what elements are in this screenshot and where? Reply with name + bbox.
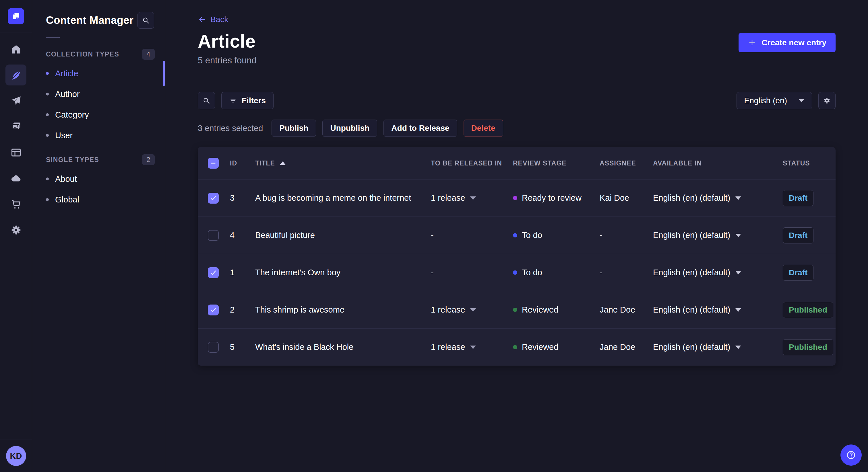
available-label: English (en) (default)	[653, 193, 730, 203]
cell-title: The internet's Own boy	[255, 268, 431, 277]
cell-available-in[interactable]: English (en) (default)	[653, 268, 783, 277]
table-row[interactable]: 5 What's inside a Black Hole 1 release R…	[198, 328, 836, 366]
available-label: English (en) (default)	[653, 342, 730, 352]
column-header-title[interactable]: TITLE	[255, 160, 431, 167]
add-to-release-button[interactable]: Add to Release	[383, 120, 457, 137]
filters-button[interactable]: Filters	[221, 92, 274, 109]
rail-icon-list	[5, 39, 26, 240]
table-row[interactable]: 1 The internet's Own boy - To do - Engli…	[198, 254, 836, 291]
active-indicator	[163, 61, 165, 86]
cell-released[interactable]: 1 release	[431, 193, 513, 203]
check-icon	[210, 194, 217, 202]
help-button[interactable]	[840, 444, 862, 466]
subnav-divider	[46, 37, 60, 38]
page-title: Article	[198, 31, 257, 51]
subnav-item-global[interactable]: Global	[32, 189, 165, 210]
cell-review-stage: Reviewed	[513, 305, 600, 314]
row-checkbox[interactable]	[208, 230, 219, 241]
column-header-assignee: ASSIGNEE	[600, 160, 653, 167]
content-type-builder-icon[interactable]	[5, 142, 26, 163]
cell-available-in[interactable]: English (en) (default)	[653, 342, 783, 352]
caret-down-icon	[470, 196, 476, 200]
column-header-id: ID	[230, 160, 255, 167]
caret-down-icon	[799, 99, 804, 102]
user-avatar[interactable]: KD	[6, 446, 26, 466]
table-row[interactable]: 4 Beautiful picture - To do - English (e…	[198, 216, 836, 254]
marketplace-icon[interactable]	[5, 194, 26, 214]
row-checkbox[interactable]	[208, 305, 219, 315]
cell-id: 2	[230, 305, 255, 314]
subnav-item-label: Article	[55, 69, 79, 78]
search-button[interactable]	[198, 92, 215, 109]
bullet-icon	[46, 177, 49, 180]
caret-down-icon	[470, 308, 476, 312]
list-settings-button[interactable]	[818, 92, 836, 109]
review-stage-dot	[513, 270, 517, 275]
status-badge: Published	[783, 339, 833, 355]
media-library-icon[interactable]	[5, 116, 26, 137]
row-checkbox[interactable]	[208, 193, 219, 204]
subnav-item-author[interactable]: Author	[32, 84, 165, 104]
review-stage-label: To do	[522, 231, 542, 240]
table-row[interactable]: 2 This shrimp is awesome 1 release Revie…	[198, 291, 836, 328]
row-checkbox[interactable]	[208, 342, 219, 353]
subnav-item-category[interactable]: Category	[32, 104, 165, 125]
subnav-search-button[interactable]	[137, 12, 154, 29]
locale-select[interactable]: English (en)	[737, 92, 812, 109]
cell-assignee: Jane Doe	[600, 342, 653, 352]
cell-available-in[interactable]: English (en) (default)	[653, 193, 783, 203]
subnav-item-about[interactable]: About	[32, 169, 165, 189]
deploy-icon[interactable]	[5, 168, 26, 189]
check-icon	[210, 306, 217, 314]
back-link[interactable]: Back	[198, 15, 228, 24]
subnav-item-article[interactable]: Article	[32, 63, 165, 84]
content-manager-icon[interactable]	[5, 65, 26, 86]
cell-available-in[interactable]: English (en) (default)	[653, 305, 783, 314]
strapi-logo[interactable]	[8, 8, 24, 24]
review-stage-dot	[513, 233, 517, 237]
unpublish-button[interactable]: Unpublish	[322, 120, 377, 137]
caret-down-icon	[735, 345, 741, 349]
release-label: 1 release	[431, 342, 465, 352]
cell-available-in[interactable]: English (en) (default)	[653, 231, 783, 240]
cell-assignee: -	[600, 231, 653, 240]
cell-released[interactable]: 1 release	[431, 342, 513, 352]
create-entry-button[interactable]: Create new entry	[739, 33, 836, 52]
caret-down-icon	[470, 345, 476, 349]
home-icon[interactable]	[5, 39, 26, 60]
bullet-icon	[46, 198, 49, 201]
subnav-item-label: Category	[55, 110, 89, 120]
select-all-checkbox[interactable]	[208, 158, 219, 169]
table-row[interactable]: 3 A bug is becoming a meme on the intern…	[198, 179, 836, 216]
bullet-icon	[46, 134, 49, 137]
cell-review-stage: Reviewed	[513, 342, 600, 352]
subnav-item-label: Author	[55, 90, 80, 99]
locale-value: English (en)	[744, 96, 787, 105]
status-badge: Draft	[783, 265, 813, 281]
releases-icon[interactable]	[5, 90, 26, 111]
release-label: -	[431, 268, 434, 277]
app-root: KD Content Manager COLLECTION TYPES 4 Ar…	[0, 0, 868, 472]
review-stage-dot	[513, 345, 517, 349]
review-stage-label: Reviewed	[522, 342, 558, 352]
status-badge: Draft	[783, 227, 813, 243]
subnav-sections: COLLECTION TYPES 4 Article Author Catego…	[32, 49, 165, 210]
section-count-badge: 4	[142, 49, 155, 60]
cell-released[interactable]: -	[431, 268, 513, 277]
rail-user-cell: KD	[0, 440, 32, 472]
cell-released[interactable]: -	[431, 231, 513, 240]
main-content: Back Article 5 entries found Create new …	[165, 0, 868, 472]
subnav-item-user[interactable]: User	[32, 125, 165, 146]
subnav-section: SINGLE TYPES 2 About Global	[32, 154, 165, 210]
cell-assignee: -	[600, 268, 653, 277]
publish-button[interactable]: Publish	[272, 120, 316, 137]
column-header-released: TO BE RELEASED IN	[431, 160, 513, 167]
settings-icon[interactable]	[5, 220, 26, 240]
row-checkbox[interactable]	[208, 267, 219, 278]
cell-review-stage: To do	[513, 268, 600, 277]
title-block: Article 5 entries found	[198, 31, 257, 66]
back-label: Back	[210, 15, 228, 24]
create-entry-label: Create new entry	[762, 38, 826, 47]
delete-button[interactable]: Delete	[464, 120, 503, 137]
cell-released[interactable]: 1 release	[431, 305, 513, 314]
